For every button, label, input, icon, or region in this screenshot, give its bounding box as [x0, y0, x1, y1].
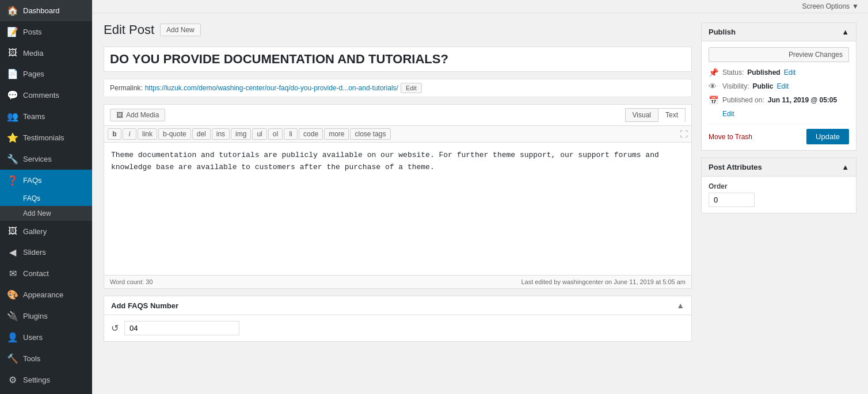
format-bquote-button[interactable]: b-quote [158, 128, 191, 140]
word-count-label: Word count: [110, 278, 144, 285]
sidebar-item-pages[interactable]: 📄 Pages [0, 63, 92, 85]
sidebar-item-comments[interactable]: 💬 Comments [0, 85, 92, 106]
services-icon: 🔧 [7, 154, 18, 165]
sidebar-item-label: Comments [23, 91, 59, 100]
sidebar-item-label: Media [23, 49, 43, 58]
screen-options-button[interactable]: Screen Options ▼ [798, 1, 862, 12]
topbar: Screen Options ▼ [92, 0, 868, 13]
faqs-panel-title: Add FAQS Number [111, 301, 178, 310]
format-img-button[interactable]: img [231, 128, 251, 140]
sidebar-item-label: Testimonials [23, 133, 64, 142]
add-media-label: Add Media [126, 111, 159, 119]
page-header: Edit Post Add New [104, 22, 692, 37]
sidebar-item-sliders[interactable]: ◀ Sliders [0, 242, 92, 263]
faqs-number-input[interactable] [124, 321, 239, 335]
users-icon: 👤 [7, 332, 18, 343]
sidebar-item-gallery[interactable]: 🖼 Gallery [0, 221, 92, 242]
main-area: Screen Options ▼ Edit Post Add New Perma… [92, 0, 868, 394]
format-more-button[interactable]: more [324, 128, 349, 140]
sidebar-item-testimonials[interactable]: ⭐ Testimonials [0, 127, 92, 148]
faqs-panel-collapse-button[interactable]: ▲ [676, 301, 684, 310]
publish-panel-title: Publish [709, 28, 736, 36]
published-edit-link[interactable]: Edit [722, 110, 734, 118]
format-del-button[interactable]: del [192, 128, 211, 140]
publish-meta: 📌 Status: Published Edit 👁 Visibility: P… [709, 68, 849, 118]
faqs-refresh-button[interactable]: ↺ [111, 323, 119, 334]
format-bold-button[interactable]: b [108, 128, 121, 140]
status-edit-link[interactable]: Edit [784, 68, 796, 76]
sidebar-item-settings[interactable]: ⚙ Settings [0, 369, 92, 391]
teams-icon: 👥 [7, 111, 18, 122]
sidebar-item-tools[interactable]: 🔨 Tools [0, 348, 92, 369]
calendar-icon: 📅 [709, 95, 719, 105]
sidebar-item-dashboard[interactable]: 🏠 Dashboard [0, 0, 92, 21]
last-edited: Last edited by washingcenter on June 11,… [521, 278, 686, 285]
format-link-button[interactable]: link [138, 128, 157, 140]
order-label: Order [709, 182, 849, 190]
add-new-button[interactable]: Add New [160, 24, 201, 36]
comments-icon: 💬 [7, 90, 18, 101]
attributes-panel-title: Post Attributes [709, 163, 762, 171]
faqs-panel-content: ↺ [104, 315, 691, 341]
publish-panel: Publish ▲ Preview Changes 📌 Status: Publ… [701, 22, 856, 151]
format-code-button[interactable]: code [299, 128, 323, 140]
sidebar-item-label: Contact [23, 269, 49, 278]
format-ul-button[interactable]: ul [252, 128, 267, 140]
sidebar-item-users[interactable]: 👤 Users [0, 327, 92, 348]
status-label: Status: [722, 68, 744, 76]
sidebar-item-label: Teams [23, 112, 45, 121]
sidebar-item-posts[interactable]: 📝 Posts [0, 21, 92, 43]
add-media-button[interactable]: 🖼 Add Media [110, 109, 165, 121]
permalink-edit-button[interactable]: Edit [401, 83, 422, 93]
sidebar-item-label: Tools [23, 354, 40, 363]
word-count-value: 30 [146, 278, 153, 285]
testimonials-icon: ⭐ [7, 132, 18, 143]
sidebar-item-media[interactable]: 🖼 Media [0, 43, 92, 63]
sidebar-item-label: Settings [23, 376, 50, 384]
right-column: Publish ▲ Preview Changes 📌 Status: Publ… [701, 22, 856, 385]
format-ol-button[interactable]: ol [268, 128, 283, 140]
word-count-bar: Word count: 30 Last edited by washingcen… [104, 275, 691, 288]
update-button[interactable]: Update [806, 129, 849, 144]
text-tab[interactable]: Text [658, 108, 686, 122]
sidebar-submenu-faqs[interactable]: FAQs [0, 191, 92, 206]
format-close-tags-button[interactable]: close tags [350, 128, 390, 140]
format-ins-button[interactable]: ins [212, 128, 230, 140]
visibility-edit-link[interactable]: Edit [776, 82, 789, 90]
published-on-label: Published on: [722, 96, 764, 104]
format-italic-button[interactable]: i [123, 128, 136, 140]
expand-editor-button[interactable]: ⛶ [680, 129, 688, 139]
sidebar-submenu-add-new[interactable]: Add New [0, 206, 92, 221]
published-on-row: 📅 Published on: Jun 11, 2019 @ 05:05 [709, 95, 849, 105]
sidebar-item-services[interactable]: 🔧 Services [0, 148, 92, 170]
collapse-icon: ▲ [842, 28, 849, 36]
faqs-icon: ❓ [7, 175, 18, 186]
sidebar-item-contact[interactable]: ✉ Contact [0, 263, 92, 284]
visibility-label: Visibility: [722, 82, 749, 90]
media-icon: 🖼 [7, 48, 18, 58]
publish-actions: Move to Trash Update [709, 124, 849, 144]
status-value: Published [747, 68, 780, 76]
plugins-icon: 🔌 [7, 311, 18, 322]
submenu-faqs-label: FAQs [23, 194, 40, 202]
sidebar: 🏠 Dashboard 📝 Posts 🖼 Media 📄 Pages 💬 Co… [0, 0, 92, 394]
published-on-value: Jun 11, 2019 @ 05:05 [768, 96, 837, 104]
screen-options-label: Screen Options [802, 2, 850, 10]
post-attributes-panel: Post Attributes ▲ Order [701, 158, 856, 213]
move-to-trash-button[interactable]: Move to Trash [709, 133, 752, 141]
visual-tab[interactable]: Visual [625, 108, 658, 122]
sidebar-item-faqs[interactable]: ❓ FAQs [0, 170, 92, 191]
sidebar-item-teams[interactable]: 👥 Teams [0, 106, 92, 127]
submenu-add-new-label: Add New [23, 209, 51, 217]
sidebar-item-appearance[interactable]: 🎨 Appearance [0, 284, 92, 305]
order-input[interactable] [709, 193, 755, 207]
preview-changes-button[interactable]: Preview Changes [709, 47, 849, 62]
editor-content-area[interactable]: Theme documentation and tutorials are pu… [104, 143, 691, 275]
post-title-input[interactable] [104, 47, 692, 72]
editor-panel: 🖼 Add Media Visual Text b i link b-quote… [104, 104, 692, 289]
settings-icon: ⚙ [7, 374, 18, 385]
permalink-url[interactable]: https://luzuk.com/demo/washing-center/ou… [145, 84, 398, 92]
sidebar-item-plugins[interactable]: 🔌 Plugins [0, 305, 92, 327]
sidebar-item-label: Appearance [23, 290, 63, 299]
format-li-button[interactable]: li [284, 128, 298, 140]
